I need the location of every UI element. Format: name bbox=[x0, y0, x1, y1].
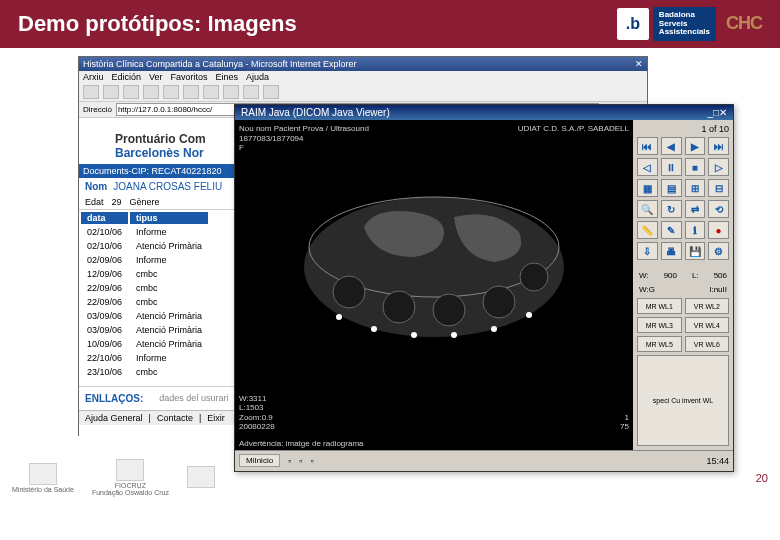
ie-fav-icon[interactable] bbox=[203, 85, 219, 99]
pause-icon[interactable]: ⏸ bbox=[661, 158, 682, 176]
table-row[interactable]: 22/09/06cmbc bbox=[81, 296, 208, 308]
stop-icon[interactable]: ■ bbox=[685, 158, 706, 176]
print-icon[interactable]: 🖶 bbox=[661, 242, 682, 260]
table-row[interactable]: 03/09/06Atenció Primària bbox=[81, 310, 208, 322]
layout-4-icon[interactable]: ⊟ bbox=[708, 179, 729, 197]
bottom-help[interactable]: Ajuda General bbox=[85, 413, 143, 423]
logo-b-icon: .b bbox=[617, 8, 649, 40]
layout-3-icon[interactable]: ⊞ bbox=[685, 179, 706, 197]
next-icon[interactable]: ▷ bbox=[708, 158, 729, 176]
export-icon[interactable]: ⇩ bbox=[637, 242, 658, 260]
fiocruz-logo-icon bbox=[116, 459, 144, 481]
dicom-image-area[interactable]: Nou nom Pacient Prova / Ultrasound 18770… bbox=[235, 120, 633, 450]
first-icon[interactable]: ⏮ bbox=[637, 137, 658, 155]
edad-value: 29 bbox=[112, 197, 122, 207]
slide-footer: Ministério da Saúde FIOCRUZ Fundação Osw… bbox=[0, 459, 780, 496]
table-row[interactable]: 02/09/06Informe bbox=[81, 254, 208, 266]
ie-menu-tools[interactable]: Eines bbox=[216, 72, 239, 82]
links-label: ENLLAÇOS: bbox=[85, 393, 143, 404]
ie-refresh-icon[interactable] bbox=[143, 85, 159, 99]
wl-manual-button[interactable]: speci Cu invent WL bbox=[637, 355, 729, 446]
wl-btn-2[interactable]: VR WL2 bbox=[685, 298, 730, 314]
edad-label: Edat bbox=[85, 197, 104, 207]
wl-btn-6[interactable]: VR WL6 bbox=[685, 336, 730, 352]
table-row[interactable]: 23/10/06cmbc bbox=[81, 366, 208, 378]
overlay-top-right: UDIAT C.D. S.A./P. SABADELL bbox=[518, 124, 629, 133]
table-row[interactable]: 02/10/06Informe bbox=[81, 226, 208, 238]
flip-icon[interactable]: ⇄ bbox=[685, 200, 706, 218]
ms-logo-icon bbox=[29, 463, 57, 485]
svg-point-3 bbox=[383, 291, 415, 323]
ie-menubar[interactable]: Arxiu Edición Ver Favoritos Eines Ajuda bbox=[79, 71, 647, 83]
overlay-caption: Prontuário Com Barcelonès Nor bbox=[115, 132, 206, 160]
table-row[interactable]: 22/10/06Informe bbox=[81, 352, 208, 364]
page-number: 20 bbox=[756, 472, 768, 484]
play-rev-icon[interactable]: ◀ bbox=[661, 137, 682, 155]
logo-chc: CHC bbox=[726, 13, 762, 34]
zoom-icon[interactable]: 🔍 bbox=[637, 200, 658, 218]
table-row[interactable]: 03/09/06Atenció Primària bbox=[81, 324, 208, 336]
viewer-toolbar: 1 of 10 ⏮ ◀ ▶ ⏭ ◁ ⏸ ■ ▷ ▦ ▤ ⊞ ⊟ bbox=[633, 120, 733, 450]
annotate-icon[interactable]: ✎ bbox=[661, 221, 682, 239]
overlay-bottom-left: W:3311 L:1503 Zoom:0.9 20080228 bbox=[239, 394, 275, 432]
th-tipus: tipus bbox=[130, 212, 208, 224]
header-logos: .b Badalona Serveis Assistencials CHC bbox=[617, 7, 762, 41]
last-icon[interactable]: ⏭ bbox=[708, 137, 729, 155]
viewer-titlebar[interactable]: RAIM Java (DICOM Java Viewer) _ □ ✕ bbox=[235, 105, 733, 120]
ie-close-icon[interactable]: ✕ bbox=[635, 59, 643, 69]
wl-btn-1[interactable]: MR WL1 bbox=[637, 298, 682, 314]
ie-print-icon[interactable] bbox=[263, 85, 279, 99]
table-row[interactable]: 10/09/06Atenció Primària bbox=[81, 338, 208, 350]
ie-home-icon[interactable] bbox=[163, 85, 179, 99]
reset-icon[interactable]: ⟲ bbox=[708, 200, 729, 218]
overlay-bottom-right: 1 75 bbox=[620, 413, 629, 432]
save-icon[interactable]: 💾 bbox=[685, 242, 706, 260]
dicom-viewer-window: RAIM Java (DICOM Java Viewer) _ □ ✕ Nou … bbox=[234, 104, 734, 472]
measure-icon[interactable]: 📏 bbox=[637, 221, 658, 239]
slide-stage: Història Clínica Compartida a Catalunya … bbox=[0, 48, 780, 498]
ie-fwd-icon[interactable] bbox=[103, 85, 119, 99]
record-icon[interactable]: ● bbox=[708, 221, 729, 239]
settings-icon[interactable]: ⚙ bbox=[708, 242, 729, 260]
ie-menu-fav[interactable]: Favoritos bbox=[171, 72, 208, 82]
ie-menu-help[interactable]: Ajuda bbox=[246, 72, 269, 82]
ie-stop-icon[interactable] bbox=[123, 85, 139, 99]
ie-hist-icon[interactable] bbox=[223, 85, 239, 99]
rotate-icon[interactable]: ↻ bbox=[661, 200, 682, 218]
logo-bsa-l3: Assistencials bbox=[659, 28, 710, 37]
bottom-exit[interactable]: Eixir bbox=[207, 413, 225, 423]
wl-btn-5[interactable]: MR WL5 bbox=[637, 336, 682, 352]
info-icon[interactable]: ℹ bbox=[685, 221, 706, 239]
ie-search-icon[interactable] bbox=[183, 85, 199, 99]
table-row[interactable]: 22/09/06cmbc bbox=[81, 282, 208, 294]
svg-point-2 bbox=[333, 276, 365, 308]
ie-menu-file[interactable]: Arxiu bbox=[83, 72, 104, 82]
logo-bsa: Badalona Serveis Assistencials bbox=[653, 7, 716, 41]
svg-point-11 bbox=[491, 326, 497, 332]
prev-icon[interactable]: ◁ bbox=[637, 158, 658, 176]
table-row[interactable]: 02/10/06Atenció Primària bbox=[81, 240, 208, 252]
warning-text: Advertència: imatge de radiograma bbox=[239, 439, 364, 448]
overlay-top-left: Nou nom Pacient Prova / Ultrasound 18770… bbox=[239, 124, 369, 153]
patient-nom-value: JOANA CROSAS FELIU bbox=[113, 181, 222, 192]
ie-mail-icon[interactable] bbox=[243, 85, 259, 99]
documents-table: datatipus 02/10/06Informe 02/10/06Atenci… bbox=[79, 210, 210, 380]
ie-menu-view[interactable]: Ver bbox=[149, 72, 163, 82]
image-counter: 1 of 10 bbox=[637, 124, 729, 134]
layout-1-icon[interactable]: ▦ bbox=[637, 179, 658, 197]
play-fwd-icon[interactable]: ▶ bbox=[685, 137, 706, 155]
links-text[interactable]: dades del usurari bbox=[159, 393, 228, 404]
patient-nom-label: Nom bbox=[85, 181, 107, 192]
ie-toolbar[interactable] bbox=[79, 83, 647, 102]
th-data: data bbox=[81, 212, 128, 224]
footer-logo-3 bbox=[187, 466, 215, 489]
layout-2-icon[interactable]: ▤ bbox=[661, 179, 682, 197]
wl-btn-3[interactable]: MR WL3 bbox=[637, 317, 682, 333]
ie-menu-edit[interactable]: Edición bbox=[112, 72, 142, 82]
table-row[interactable]: 12/09/06cmbc bbox=[81, 268, 208, 280]
bottom-contact[interactable]: Contacte bbox=[157, 413, 193, 423]
wl-btn-4[interactable]: VR WL4 bbox=[685, 317, 730, 333]
slide-header: Demo protótipos: Imagens .b Badalona Ser… bbox=[0, 0, 780, 48]
ie-back-icon[interactable] bbox=[83, 85, 99, 99]
viewer-close-icon[interactable]: ✕ bbox=[719, 107, 727, 118]
